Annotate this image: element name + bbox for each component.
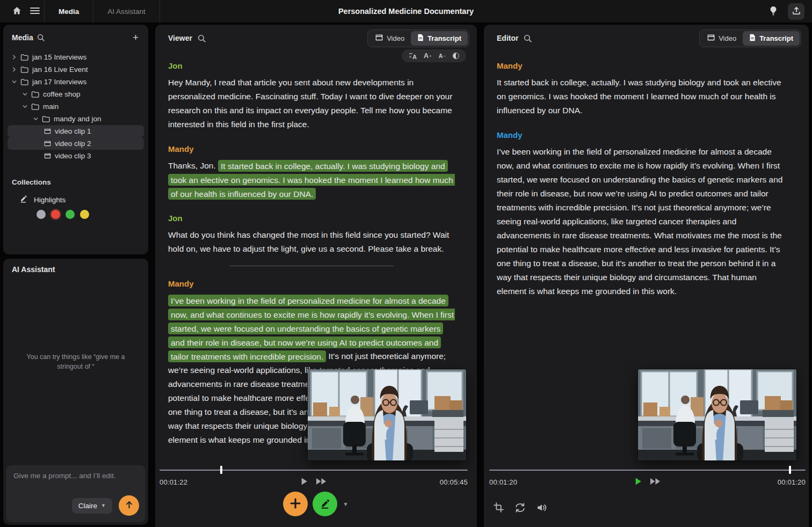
editor-fast-forward-button[interactable] <box>650 477 661 487</box>
add-media-button[interactable]: + <box>130 31 141 43</box>
transcript-paragraph[interactable]: Hey Mandy, I read that article you sent … <box>168 76 455 131</box>
transcript-text[interactable]: It started back in college, actually. I … <box>497 78 781 115</box>
tree-folder-jan-16-Live-Event[interactable]: jan 16 Live Event <box>8 63 144 76</box>
collection-highlights[interactable]: Highlights <box>19 195 140 204</box>
transcript-text[interactable]: Thanks, Jon. <box>168 161 218 170</box>
tree-item-label: jan 16 Live Event <box>32 65 88 74</box>
speaker-name[interactable]: Mandy <box>168 142 455 156</box>
transcript-text[interactable]: I’ve been working in the field of person… <box>497 147 782 296</box>
highlight-color-dot[interactable] <box>37 210 46 219</box>
tree-clip-video-clip-3[interactable]: video clip 3 <box>8 150 144 162</box>
tree-folder-main[interactable]: main <box>8 100 144 113</box>
tree-folder-jan-17-Interviews[interactable]: jan 17 Interviews <box>8 76 144 88</box>
chevron-down-icon[interactable] <box>23 92 27 97</box>
transcript-text[interactable]: Hey Mandy, I read that article you sent … <box>168 78 452 129</box>
highlight-color-dot[interactable] <box>66 210 75 219</box>
media-panel: Media + jan 15 Interviewsjan 16 Live Eve… <box>3 25 148 254</box>
editor-video-thumbnail[interactable] <box>638 369 796 460</box>
search-icon[interactable] <box>198 34 206 42</box>
viewer-play-button[interactable] <box>300 477 308 487</box>
tree-clip-video-clip-1[interactable]: video clip 1 <box>8 125 144 137</box>
film-icon <box>375 34 383 42</box>
editor-timeline[interactable] <box>489 466 806 474</box>
folder-icon <box>20 78 28 85</box>
tab-ai-assistant[interactable]: AI Assistant <box>93 0 160 23</box>
sidebar: Media + jan 15 Interviewsjan 16 Live Eve… <box>3 25 148 525</box>
viewer-panel: Viewer Video Transcript <box>155 25 477 527</box>
editor-transcript-tab[interactable]: Transcript <box>743 31 800 46</box>
replace-clip-button[interactable] <box>514 503 526 514</box>
viewer-view-toggle: Video Transcript <box>367 30 469 47</box>
folder-icon <box>31 103 39 110</box>
tree-item-label: jan 17 Interviews <box>32 78 86 86</box>
tips-button[interactable] <box>764 3 782 19</box>
editor-panel: Editor Video Transcript Man <box>484 25 809 527</box>
tree-clip-video-clip-2[interactable]: video clip 2 <box>8 137 144 150</box>
crop-button[interactable] <box>494 502 504 514</box>
transcript-paragraph[interactable]: It started back in college, actually. I … <box>497 76 786 118</box>
hamburger-icon <box>30 7 40 16</box>
chevron-right-icon[interactable] <box>12 67 17 72</box>
viewer-playhead[interactable] <box>220 466 222 474</box>
speaker-name[interactable]: Mandy <box>497 59 786 73</box>
speaker-name[interactable]: Jon <box>168 59 455 73</box>
main-menu-button[interactable] <box>26 3 44 19</box>
highlight-color-dots <box>37 210 140 219</box>
font-decrease-icon[interactable]: A− <box>439 53 446 59</box>
speaker-name[interactable]: Mandy <box>168 277 455 291</box>
collection-label: Highlights <box>34 196 66 204</box>
export-button[interactable] <box>788 3 804 20</box>
editor-total-time: 00:01:20 <box>778 478 806 486</box>
svg-text:x: x <box>409 54 411 59</box>
chevron-down-icon[interactable] <box>23 104 27 109</box>
agent-select-button[interactable]: Claire ▼ <box>72 498 112 514</box>
transcript-text[interactable]: What do you think has changed the most i… <box>168 230 449 253</box>
arrow-up-icon <box>125 500 134 511</box>
tree-folder-coffee-shop[interactable]: coffee shop <box>8 88 144 100</box>
send-prompt-button[interactable] <box>119 495 139 516</box>
prompt-input[interactable] <box>13 472 138 493</box>
speaker-name[interactable]: Jon <box>168 211 455 225</box>
highlight-button[interactable] <box>313 492 337 516</box>
editor-playhead[interactable] <box>789 466 791 474</box>
contrast-icon[interactable] <box>453 53 459 59</box>
home-button[interactable] <box>8 3 26 19</box>
agent-name: Claire <box>78 502 97 510</box>
transcript-paragraph[interactable]: Thanks, Jon. It started back in college,… <box>168 159 455 201</box>
editor-play-button[interactable] <box>634 477 642 487</box>
highlighter-pen-icon <box>19 195 27 204</box>
viewer-video-thumbnail[interactable] <box>308 369 466 460</box>
viewer-video-tab[interactable]: Video <box>369 31 411 46</box>
chevron-right-icon[interactable] <box>12 55 17 60</box>
volume-button[interactable] <box>536 503 547 514</box>
play-icon <box>634 477 642 487</box>
home-icon <box>12 6 21 17</box>
tree-folder-mandy-and-jon[interactable]: mandy and jon <box>8 113 144 125</box>
viewer-current-time: 00:01:22 <box>160 478 187 486</box>
project-title: Personalized Medicine Documentary <box>338 7 474 16</box>
chevron-down-icon[interactable] <box>12 79 17 84</box>
tree-item-label: coffee shop <box>43 90 81 98</box>
topbar: Media AI Assistant Personalized Medicine… <box>0 0 812 23</box>
highlight-options-caret[interactable]: ▼ <box>342 500 350 508</box>
chevron-down-icon[interactable] <box>33 116 38 121</box>
svg-text:A: A <box>412 54 417 60</box>
add-to-timeline-button[interactable] <box>283 492 308 516</box>
font-style-icon[interactable]: xA <box>409 53 417 60</box>
highlight-color-dot[interactable] <box>51 210 60 219</box>
search-icon[interactable] <box>524 34 532 42</box>
speaker-name[interactable]: Mandy <box>497 128 786 142</box>
transcript-paragraph[interactable]: What do you think has changed the most i… <box>168 228 455 256</box>
transcript-paragraph[interactable]: I’ve been working in the field of person… <box>497 145 786 298</box>
highlight-color-dot[interactable] <box>80 210 89 219</box>
tab-media[interactable]: Media <box>45 0 93 23</box>
viewer-transcript-tab[interactable]: Transcript <box>411 31 468 46</box>
font-increase-icon[interactable]: A+ <box>424 52 432 60</box>
viewer-timeline[interactable] <box>160 466 468 474</box>
editor-current-time: 00:01:20 <box>489 478 517 486</box>
folder-icon <box>31 91 39 98</box>
tree-folder-jan-15-Interviews[interactable]: jan 15 Interviews <box>8 51 144 63</box>
search-icon[interactable] <box>37 34 45 41</box>
editor-video-tab[interactable]: Video <box>701 31 743 46</box>
viewer-fast-forward-button[interactable] <box>316 477 327 487</box>
